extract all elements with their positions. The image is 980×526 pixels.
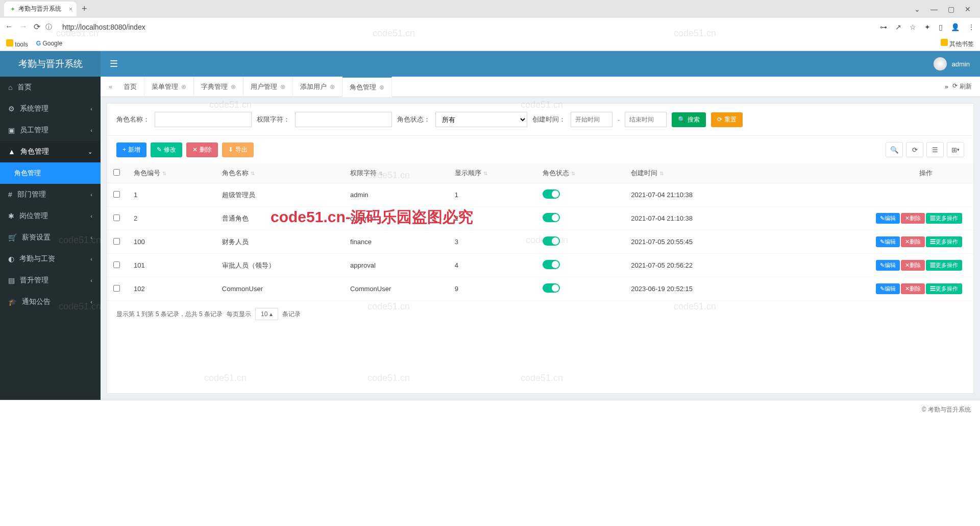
content-tab[interactable]: 角色管理⊗ <box>342 77 392 97</box>
status-select[interactable]: 所有 <box>435 112 527 127</box>
sidebar-sub-item[interactable]: 角色管理 <box>0 162 101 184</box>
refresh-icon-button[interactable]: ⟳ <box>906 142 923 157</box>
row-edit-button[interactable]: ✎编辑 <box>876 213 900 224</box>
status-label: 角色状态： <box>397 115 430 124</box>
delete-button[interactable]: ✕ 删除 <box>186 142 218 157</box>
status-toggle[interactable] <box>543 236 560 246</box>
url-input[interactable]: http://localhost:8080/index <box>57 20 875 34</box>
back-button[interactable]: ← <box>5 22 13 32</box>
chevron-left-icon: ‹ <box>90 234 92 241</box>
minimize-icon[interactable]: — <box>930 5 938 13</box>
user-section[interactable]: admin <box>934 57 980 70</box>
content-tab[interactable]: 首页 <box>116 77 144 97</box>
tabs-scroll-left[interactable]: « <box>105 83 116 90</box>
add-button[interactable]: + 新增 <box>116 142 146 157</box>
row-checkbox[interactable] <box>113 214 120 221</box>
row-delete-button[interactable]: ✕删除 <box>901 283 925 294</box>
columns-icon-button[interactable]: ☰ <box>926 142 944 157</box>
edit-button[interactable]: ✎ 修改 <box>151 142 182 157</box>
column-header[interactable]: 操作 <box>770 163 973 183</box>
sidebar-item-cart[interactable]: 🛒薪资设置‹ <box>0 227 101 248</box>
browser-tab[interactable]: ✦ 考勤与晋升系统 × <box>4 2 77 16</box>
row-more-button[interactable]: ☰更多操作 <box>926 283 962 294</box>
row-delete-button[interactable]: ✕删除 <box>901 260 925 271</box>
sidebar-item-home[interactable]: ⌂首页 <box>0 77 101 98</box>
bookmark-google[interactable]: G Google <box>36 40 62 47</box>
start-date-input[interactable] <box>571 112 612 127</box>
status-toggle[interactable] <box>543 283 560 293</box>
row-checkbox[interactable] <box>113 238 120 245</box>
sidebar-item-grad[interactable]: 🎓通知公告‹ <box>0 291 101 313</box>
content-tab[interactable]: 用户管理⊗ <box>243 77 293 97</box>
refresh-button[interactable]: ⟳ 刷新 <box>952 82 972 91</box>
status-toggle[interactable] <box>543 260 560 269</box>
content-tab[interactable]: 菜单管理⊗ <box>144 77 194 97</box>
column-header[interactable]: 权限字符⇅ <box>344 163 449 183</box>
row-more-button[interactable]: ☰更多操作 <box>926 213 962 224</box>
reload-button[interactable]: ⟳ <box>34 22 40 32</box>
row-checkbox[interactable] <box>113 261 120 268</box>
sidebar-item-role[interactable]: ▲角色管理⌄ <box>0 141 101 162</box>
tab-close-icon[interactable]: ⊗ <box>181 83 186 90</box>
sidebar-item-bars[interactable]: ▤晋升管理‹ <box>0 270 101 291</box>
column-header[interactable]: 角色名称⇅ <box>216 163 344 183</box>
new-tab-button[interactable]: + <box>82 4 87 14</box>
puzzle-icon[interactable]: ✦ <box>924 23 930 31</box>
end-date-input[interactable] <box>625 112 667 127</box>
tab-close-icon[interactable]: ⊗ <box>379 84 384 91</box>
cell-id: 100 <box>128 230 216 254</box>
sidebar-item-star[interactable]: ✱岗位管理‹ <box>0 205 101 227</box>
role-name-input[interactable] <box>155 112 252 127</box>
row-checkbox[interactable] <box>113 285 120 292</box>
column-header[interactable]: 角色状态⇅ <box>536 163 625 183</box>
row-delete-button[interactable]: ✕删除 <box>901 236 925 247</box>
tab-close-icon[interactable]: ⊗ <box>330 83 335 90</box>
profile-icon[interactable]: 👤 <box>951 23 960 31</box>
per-page-select[interactable]: 10 ▴ <box>255 308 278 320</box>
bookmark-other[interactable]: 其他书签 <box>941 39 974 49</box>
tab-close-icon[interactable]: ⊗ <box>231 83 236 90</box>
column-header[interactable]: 创建时间⇅ <box>625 163 770 183</box>
close-window-icon[interactable]: ✕ <box>965 5 971 13</box>
tab-close-icon[interactable]: ⊗ <box>280 83 285 90</box>
key-icon[interactable]: ⊶ <box>880 23 887 31</box>
clock-icon: ◐ <box>8 255 14 263</box>
grid-icon-button[interactable]: ⊞ ▾ <box>947 142 964 157</box>
row-more-button[interactable]: ☰更多操作 <box>926 260 962 271</box>
share-icon[interactable]: ↗ <box>895 23 901 31</box>
status-toggle[interactable] <box>543 213 560 222</box>
sort-icon: ⇅ <box>659 171 664 176</box>
forward-button[interactable]: → <box>19 22 28 32</box>
row-checkbox[interactable] <box>113 191 120 198</box>
tabs-scroll-right[interactable]: » <box>945 83 948 90</box>
menu-icon[interactable]: ⋮ <box>968 23 975 31</box>
content-tab[interactable]: 添加用户⊗ <box>293 77 342 97</box>
row-more-button[interactable]: ☰更多操作 <box>926 236 962 247</box>
perm-char-input[interactable] <box>295 112 392 127</box>
column-header[interactable]: 角色编号⇅ <box>128 163 216 183</box>
column-header[interactable]: 显示顺序⇅ <box>449 163 537 183</box>
row-delete-button[interactable]: ✕删除 <box>901 213 925 224</box>
star-icon[interactable]: ☆ <box>910 23 916 31</box>
close-icon[interactable]: × <box>69 6 72 13</box>
reset-button[interactable]: ⟳ 重置 <box>711 112 743 127</box>
sidebar-item-gear[interactable]: ⚙系统管理‹ <box>0 98 101 119</box>
maximize-icon[interactable]: ▢ <box>948 5 954 13</box>
content-tab[interactable]: 字典管理⊗ <box>194 77 243 97</box>
row-edit-button[interactable]: ✎编辑 <box>876 283 900 294</box>
search-button[interactable]: 🔍 搜索 <box>672 112 706 127</box>
panel-icon[interactable]: ▯ <box>939 23 943 31</box>
select-all-checkbox[interactable] <box>113 169 120 176</box>
info-icon[interactable]: ⓘ <box>45 22 52 32</box>
status-toggle[interactable] <box>543 189 560 199</box>
sidebar-toggle[interactable]: ☰ <box>101 58 127 69</box>
search-icon-button[interactable]: 🔍 <box>886 142 903 157</box>
export-button[interactable]: ⬇ 导出 <box>222 142 254 157</box>
sidebar-item-user[interactable]: ▣员工管理‹ <box>0 119 101 141</box>
row-edit-button[interactable]: ✎编辑 <box>876 236 900 247</box>
chevron-down-icon[interactable]: ⌄ <box>914 5 920 13</box>
bookmark-tools[interactable]: tools <box>6 39 28 48</box>
sidebar-item-hash[interactable]: #部门管理‹ <box>0 184 101 205</box>
sidebar-item-clock[interactable]: ◐考勤与工资‹ <box>0 248 101 270</box>
row-edit-button[interactable]: ✎编辑 <box>876 260 900 271</box>
